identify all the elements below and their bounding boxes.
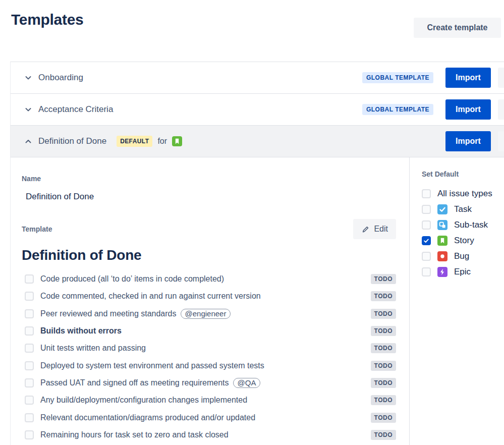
checklist-item: Remaining hours for task set to zero and… — [22, 426, 396, 443]
import-button[interactable]: Import — [445, 131, 491, 151]
item-checkbox[interactable] — [25, 292, 34, 301]
mention-pill[interactable]: @QA — [233, 378, 261, 388]
todo-badge[interactable]: TODO — [371, 413, 396, 423]
more-actions-button[interactable] — [498, 99, 504, 120]
checklist-item-text: Remaining hours for task set to zero and… — [40, 430, 229, 439]
todo-badge[interactable]: TODO — [371, 274, 396, 284]
todo-badge[interactable]: TODO — [371, 343, 396, 353]
todo-badge[interactable]: TODO — [371, 361, 396, 371]
global-template-badge: GLOBAL TEMPLATE — [362, 104, 433, 115]
story-icon — [437, 236, 447, 246]
subtask-icon — [437, 220, 447, 230]
chevron-up-icon[interactable] — [23, 136, 33, 146]
checklist: Code produced (all ‘to do’ items in code… — [22, 270, 396, 443]
checklist-item: Peer reviewed and meeting standards @eng… — [22, 305, 396, 322]
checklist-item-text: Code produced (all ‘to do’ items in code… — [40, 274, 224, 284]
issue-type-checkbox[interactable] — [422, 252, 431, 261]
name-label: Name — [22, 175, 396, 183]
item-checkbox[interactable] — [25, 378, 34, 387]
issue-type-option[interactable]: Story — [422, 234, 504, 247]
edit-button[interactable]: Edit — [353, 219, 396, 239]
page-title: Templates — [11, 11, 83, 28]
checklist-item: Deployed to system test environment and … — [22, 357, 396, 374]
set-default-sidebar: Set Default All issue types Task — [409, 157, 504, 445]
chevron-down-icon[interactable] — [23, 104, 33, 115]
todo-badge[interactable]: TODO — [371, 395, 396, 405]
template-heading: Definition of Done — [22, 247, 396, 263]
template-detail: Name Definition of Done Template Edit De… — [11, 157, 504, 445]
checklist-item-text: Deployed to system test environment and … — [40, 361, 264, 370]
item-checkbox[interactable] — [25, 413, 34, 422]
checklist-item: Passed UAT and signed off as meeting req… — [22, 374, 396, 392]
issue-type-option[interactable]: Sub-task — [422, 218, 504, 232]
checklist-item: Builds without errors TODO — [22, 322, 396, 340]
issue-type-option[interactable]: All issue types — [422, 187, 504, 200]
checklist-item-text: Code commented, checked in and run again… — [40, 292, 261, 301]
name-value[interactable]: Definition of Done — [26, 192, 396, 202]
template-row-acceptance-criteria[interactable]: Acceptance Criteria GLOBAL TEMPLATE Impo… — [11, 94, 504, 126]
checklist-item-text: Unit tests written and passing — [40, 344, 146, 353]
checklist-item-text: Passed UAT and signed off as meeting req… — [40, 378, 229, 387]
issue-type-checkbox[interactable] — [422, 267, 431, 276]
item-checkbox[interactable] — [25, 309, 34, 318]
create-template-button[interactable]: Create template — [414, 18, 501, 38]
chevron-down-icon[interactable] — [23, 73, 33, 83]
item-checkbox[interactable] — [25, 396, 34, 405]
todo-badge[interactable]: TODO — [371, 309, 396, 319]
bug-icon — [437, 251, 447, 261]
checklist-item-text: Any build/deployment/configuration chang… — [40, 396, 247, 405]
issue-type-label: Bug — [454, 251, 469, 261]
issue-type-checkbox[interactable] — [422, 205, 431, 214]
item-checkbox[interactable] — [25, 430, 34, 439]
issue-type-checkbox[interactable] — [422, 220, 431, 230]
template-name: Acceptance Criteria — [38, 104, 113, 115]
issue-type-list: All issue types Task Sub- — [422, 187, 504, 279]
todo-badge[interactable]: TODO — [371, 378, 396, 388]
task-icon — [437, 204, 447, 214]
mention-pill[interactable]: @engieneer — [181, 309, 231, 319]
template-name: Onboarding — [38, 73, 83, 83]
template-row-definition-of-done[interactable]: Definition of Done DEFAULT for Import — [11, 126, 504, 157]
edit-button-label: Edit — [374, 225, 388, 234]
more-actions-button[interactable] — [498, 68, 504, 88]
checklist-item: Unit tests written and passing TODO — [22, 340, 396, 357]
item-checkbox[interactable] — [25, 274, 34, 284]
pencil-icon — [361, 225, 370, 234]
item-checkbox[interactable] — [25, 326, 34, 336]
item-checkbox[interactable] — [25, 344, 34, 353]
todo-badge[interactable]: TODO — [371, 326, 396, 336]
issue-type-checkbox[interactable] — [422, 236, 431, 245]
more-actions-button[interactable] — [498, 131, 504, 151]
check-icon — [423, 238, 429, 244]
issue-type-label: Story — [454, 236, 474, 246]
import-button[interactable]: Import — [445, 99, 491, 120]
issue-type-option[interactable]: Epic — [422, 265, 504, 279]
template-detail-main: Name Definition of Done Template Edit De… — [11, 157, 409, 445]
checklist-item: Relevant documentation/diagrams produced… — [22, 409, 396, 426]
issue-type-label: Sub-task — [454, 220, 488, 230]
todo-badge[interactable]: TODO — [371, 291, 396, 301]
template-row-onboarding[interactable]: Onboarding GLOBAL TEMPLATE Import — [11, 62, 504, 94]
for-text: for — [157, 137, 167, 146]
templates-panel: Onboarding GLOBAL TEMPLATE Import Accept… — [10, 62, 504, 445]
checklist-item-text: Builds without errors — [40, 326, 122, 336]
checklist-item-text: Peer reviewed and meeting standards — [40, 309, 177, 318]
issue-type-option[interactable]: Bug — [422, 249, 504, 263]
item-checkbox[interactable] — [25, 361, 34, 370]
set-default-label: Set Default — [422, 170, 504, 178]
checklist-item: Code commented, checked in and run again… — [22, 288, 396, 305]
story-icon — [172, 136, 182, 146]
epic-icon — [437, 267, 447, 277]
checklist-item: Any build/deployment/configuration chang… — [22, 392, 396, 409]
template-label: Template — [22, 225, 52, 233]
global-template-badge: GLOBAL TEMPLATE — [362, 72, 433, 83]
issue-type-label: All issue types — [437, 189, 492, 199]
issue-type-label: Epic — [454, 267, 471, 277]
todo-badge[interactable]: TODO — [371, 430, 396, 440]
issue-type-label: Task — [454, 204, 472, 214]
checklist-item-text: Relevant documentation/diagrams produced… — [40, 413, 255, 422]
issue-type-option[interactable]: Task — [422, 202, 504, 216]
issue-type-checkbox[interactable] — [422, 189, 431, 198]
template-name: Definition of Done — [38, 136, 106, 146]
import-button[interactable]: Import — [445, 68, 491, 88]
